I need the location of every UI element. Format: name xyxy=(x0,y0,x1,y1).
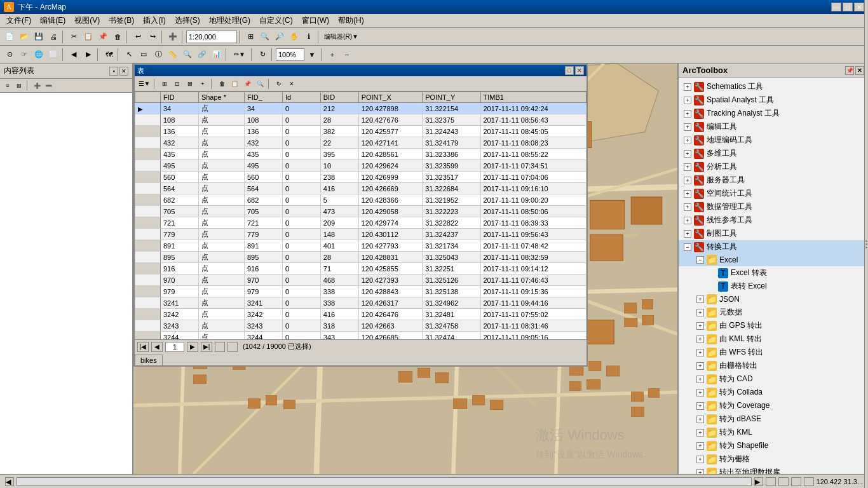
table-row[interactable]: 779 点 779 0 148 120.430112 31.324237 201… xyxy=(135,229,587,240)
add-data-btn[interactable]: ➕ xyxy=(166,30,180,44)
expand-tracking[interactable]: + xyxy=(684,110,691,118)
col-bid[interactable]: BID xyxy=(320,92,358,103)
expand-metadata[interactable]: + xyxy=(696,309,704,316)
measure-btn[interactable]: 📏 xyxy=(166,48,180,62)
close-panel-btn[interactable]: ✕ xyxy=(119,67,128,76)
nav-prev-btn[interactable]: ◀ xyxy=(151,342,163,352)
toolbox-item-edit[interactable]: + 🔧 编辑工具 xyxy=(679,120,868,133)
search-btn[interactable]: 🔍 xyxy=(180,48,194,62)
add-layer-btn[interactable]: ➕ xyxy=(32,81,42,91)
expand-schematics[interactable]: + xyxy=(684,83,691,91)
col-timb[interactable]: TIMB1 xyxy=(480,92,587,103)
cut-btn[interactable]: ✂ xyxy=(67,30,81,44)
expand-geodatabase[interactable]: + xyxy=(696,469,704,475)
horizontal-scrollbar[interactable] xyxy=(17,477,752,486)
extent-btn[interactable]: ⬜ xyxy=(46,48,60,62)
close-button[interactable]: ✕ xyxy=(854,3,864,11)
toolbox-item-datamgmt[interactable]: + 🔧 数据管理工具 xyxy=(679,200,868,214)
table-row[interactable]: 705 点 705 0 473 120.429058 31.322223 201… xyxy=(135,206,587,217)
table-row[interactable]: 136 点 136 0 382 120.425977 31.324243 201… xyxy=(135,126,587,137)
table-add-field-btn[interactable]: + xyxy=(197,78,208,90)
table-row[interactable]: 3244 点 3244 0 343 120.426685 31.32474 20… xyxy=(135,332,587,340)
nav-next-btn[interactable]: ▶ xyxy=(187,342,198,352)
menu-edit[interactable]: 编辑(E) xyxy=(36,14,69,27)
zoom-in-btn[interactable]: 🔍 xyxy=(258,30,272,44)
table-select-none-btn[interactable]: ⊡ xyxy=(172,78,183,90)
table-row[interactable]: 432 点 432 0 22 120.427141 31.324179 2017… xyxy=(135,137,587,149)
expand-excel[interactable]: − xyxy=(696,256,704,264)
toolbox-sub-table-to-excel[interactable]: T 表转 Excel xyxy=(679,280,868,293)
full-extent-btn[interactable]: ⊞ xyxy=(243,30,257,44)
toolbox-item-geocode[interactable]: + 🔧 地理编码工具 xyxy=(679,133,868,147)
map-tool-btn[interactable]: 🗺 xyxy=(102,48,116,62)
list-view-btn[interactable]: ≡ xyxy=(3,81,13,91)
hand-btn[interactable]: ☞ xyxy=(17,48,31,62)
col-px[interactable]: POINT_X xyxy=(358,92,423,103)
table-row[interactable]: 3243 点 3243 0 318 120.42663 31.324758 20… xyxy=(135,320,587,332)
save-btn[interactable]: 💾 xyxy=(32,30,46,44)
print-btn[interactable]: 🖨 xyxy=(46,30,60,44)
zoom-in2-btn[interactable]: + xyxy=(325,48,339,62)
expand-raster-from[interactable]: + xyxy=(696,362,704,370)
hyperlink-btn[interactable]: 🔗 xyxy=(195,48,209,62)
toolbox-sub-collada[interactable]: + 📁 转为 Collada xyxy=(679,386,868,399)
toolbox-sub-geodatabase[interactable]: + 📁 转出至地理数据库 xyxy=(679,466,868,474)
table-close2-btn[interactable]: ✕ xyxy=(286,78,297,90)
table-copy-btn[interactable]: 📋 xyxy=(229,78,240,90)
toolbox-sub-shapefile[interactable]: + 📁 转为 Shapefile xyxy=(679,439,868,452)
identify-btn[interactable]: ℹ xyxy=(302,30,316,44)
expand-dbase[interactable]: + xyxy=(696,416,704,423)
menu-customize[interactable]: 自定义(C) xyxy=(255,14,297,27)
toolbox-item-linearref[interactable]: + 🔧 线性参考工具 xyxy=(679,214,868,227)
dock-panel-btn[interactable]: ▪ xyxy=(109,67,118,76)
toolbox-sub-excel[interactable]: − 📁 Excel xyxy=(679,254,868,266)
menu-bookmark[interactable]: 书签(B) xyxy=(105,14,138,27)
expand-cartography[interactable]: + xyxy=(684,230,691,238)
scroll-right-btn[interactable]: ▶ xyxy=(754,477,763,486)
scale-input[interactable] xyxy=(186,30,237,43)
minimize-button[interactable]: — xyxy=(831,3,841,11)
open-btn[interactable]: 📂 xyxy=(17,30,31,44)
table-row[interactable]: 3242 点 3242 0 416 120.426476 31.32481 20… xyxy=(135,309,587,320)
toolbox-item-cartography[interactable]: + 🔧 制图工具 xyxy=(679,227,868,240)
copy-btn[interactable]: 📋 xyxy=(81,30,95,44)
expand-coverage[interactable]: + xyxy=(696,402,704,410)
menu-window[interactable]: 窗口(W) xyxy=(298,14,333,27)
info-btn[interactable]: ⓘ xyxy=(151,48,165,62)
table-row[interactable]: 979 点 979 0 338 120.428843 31.325138 201… xyxy=(135,286,587,297)
toolbox-sub-cad[interactable]: + 📁 转为 CAD xyxy=(679,372,868,386)
col-shape[interactable]: Shape * xyxy=(198,92,244,103)
expand-spatial[interactable]: + xyxy=(684,97,691,104)
toolbox-item-schematics[interactable]: + 🔧 Schematics 工具 xyxy=(679,80,868,93)
table-row[interactable]: 435 点 435 0 395 120.428561 31.323386 201… xyxy=(135,149,587,160)
table-row[interactable]: 495 点 495 0 10 120.429624 31.323599 2017… xyxy=(135,160,587,172)
page-number-input[interactable] xyxy=(165,342,184,352)
forward-btn[interactable]: ▶ xyxy=(81,48,95,62)
editor-dropdown[interactable]: 编辑器(R)▼ xyxy=(322,30,360,44)
nav-first-btn[interactable]: |◀ xyxy=(137,342,149,352)
toolbox-item-analysis[interactable]: + 🔧 分析工具 xyxy=(679,160,868,173)
redo-btn[interactable]: ↪ xyxy=(146,30,159,44)
menu-select[interactable]: 选择(S) xyxy=(171,14,204,27)
table-select-invert-btn[interactable]: ⊠ xyxy=(184,78,196,90)
toolbox-sub-raster-from[interactable]: + 📁 由栅格转出 xyxy=(679,359,868,372)
toolbox-sub-dbase[interactable]: + 📁 转为 dBASE xyxy=(679,412,868,426)
pan-btn[interactable]: ✋ xyxy=(287,30,301,44)
nav-last-btn[interactable]: ▶| xyxy=(201,342,212,352)
table-view-btn[interactable]: ⊞ xyxy=(14,81,24,91)
maximize-button[interactable]: □ xyxy=(843,3,853,11)
table-refresh-btn[interactable]: ↻ xyxy=(273,78,285,90)
menu-file[interactable]: 文件(F) xyxy=(3,14,35,27)
zoom-reset-btn[interactable]: ⊙ xyxy=(3,48,17,62)
menu-insert[interactable]: 插入(I) xyxy=(139,14,169,27)
table-row[interactable]: 564 点 564 0 416 120.426669 31.322684 201… xyxy=(135,183,587,194)
expand-conversion[interactable]: − xyxy=(684,243,691,251)
zoom-level-input[interactable] xyxy=(276,48,304,61)
zoom-out-btn[interactable]: 🔎 xyxy=(273,30,287,44)
expand-gps[interactable]: + xyxy=(696,322,704,330)
back-btn[interactable]: ◀ xyxy=(67,48,81,62)
table-row[interactable]: 916 点 916 0 71 120.425855 31.32251 2017-… xyxy=(135,263,587,274)
table-row[interactable]: 895 点 895 0 28 120.428831 31.325043 2017… xyxy=(135,252,587,263)
col-fid[interactable]: FID xyxy=(161,92,199,103)
toolbox-item-spatial[interactable]: + 🔧 Spatial Analyst 工具 xyxy=(679,93,868,107)
